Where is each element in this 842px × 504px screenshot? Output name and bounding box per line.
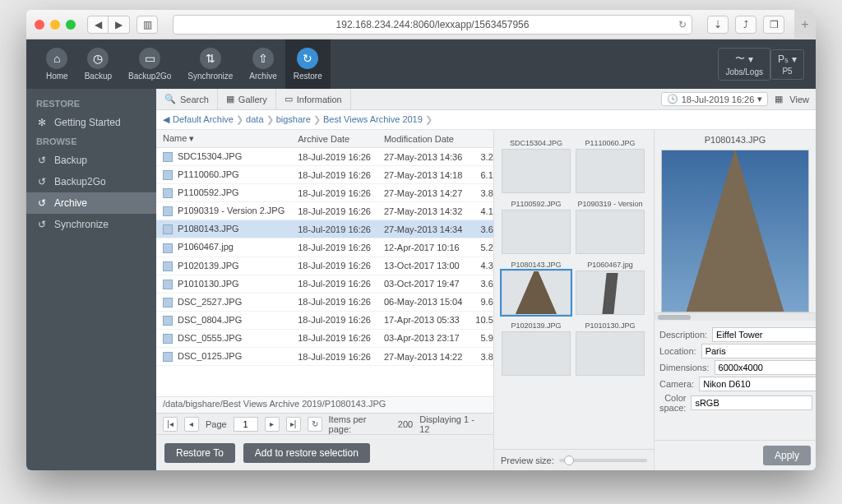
action-bar: Restore To Add to restore selection	[156, 434, 493, 470]
col-size[interactable]: Size	[469, 130, 493, 148]
detail-scrollbar[interactable]	[655, 312, 816, 321]
nav-synchronize[interactable]: ⇅Synchronize	[179, 39, 241, 89]
chevron-right-icon: ❯	[234, 114, 246, 124]
table-row[interactable]: P1100592.JPG18-Jul-2019 16:2627-May-2013…	[156, 184, 493, 202]
add-to-selection-button[interactable]: Add to restore selection	[243, 443, 370, 463]
sidebar-item-archive[interactable]: ↺Archive	[26, 192, 156, 214]
property-row: Dimensions:	[659, 360, 811, 375]
property-row: Camera:	[659, 377, 811, 391]
table-row[interactable]: SDC15304.JPG18-Jul-2019 16:2627-May-2013…	[156, 148, 493, 166]
property-input[interactable]	[691, 395, 812, 410]
maximize-window-icon[interactable]	[66, 20, 76, 30]
view-toolbar: 🔍Search▦Gallery▭Information 🕓 18-Jul-201…	[156, 89, 816, 110]
preview-size-bar: Preview size:	[494, 449, 654, 470]
breadcrumb-seg[interactable]: Best Views Archive 2019	[323, 114, 423, 124]
breadcrumb-seg[interactable]: data	[246, 114, 263, 124]
page-refresh-button[interactable]: ↻	[308, 417, 322, 432]
table-row[interactable]: P1080143.JPG18-Jul-2019 16:2627-May-2013…	[156, 220, 493, 238]
page-first-button[interactable]: |◂	[163, 417, 178, 432]
table-row[interactable]: DSC_0555.JPG18-Jul-2019 16:2603-Apr-2013…	[156, 329, 493, 347]
thumbnail[interactable]: P1110060.JPG	[576, 137, 645, 193]
browser-window: ◀ ▶ ▥ 192.168.234.244:8060/lexxapp/15634…	[26, 10, 816, 470]
sidebar-head-browse: BROWSE	[26, 133, 156, 150]
table-row[interactable]: DSC_0125.JPG18-Jul-2019 16:2627-May-2013…	[156, 348, 493, 366]
table-row[interactable]: DSC_0804.JPG18-Jul-2019 16:2617-Apr-2013…	[156, 311, 493, 329]
table-row[interactable]: P1010130.JPG18-Jul-2019 16:2603-Oct-2017…	[156, 275, 493, 293]
thumbnail[interactable]: P1020139.JPG	[502, 320, 571, 376]
apply-button[interactable]: Apply	[763, 446, 811, 465]
property-row: Location:	[659, 344, 811, 358]
table-row[interactable]: P1060467.jpg18-Jul-2019 16:2612-Apr-2017…	[156, 238, 493, 257]
share-button[interactable]: ⤴	[735, 16, 756, 34]
sidebar-item-backup[interactable]: ↺Backup	[26, 150, 156, 171]
breadcrumb-seg[interactable]: bigshare	[276, 114, 311, 124]
col-modification-date[interactable]: Modification Date	[377, 130, 469, 148]
nav-restore[interactable]: ↻Restore	[285, 39, 331, 89]
toolbar-tab-gallery[interactable]: ▦Gallery	[218, 89, 276, 109]
page-last-button[interactable]: ▸|	[286, 417, 301, 432]
breadcrumb: ◀ Default Archive ❯ data ❯ bigshare ❯ Be…	[156, 110, 816, 130]
forward-button[interactable]: ▶	[109, 16, 130, 34]
breadcrumb-back-icon[interactable]: ◀	[163, 114, 169, 125]
page-prev-button[interactable]: ◂	[184, 417, 199, 432]
thumbnail[interactable]: P1090319 - Version	[576, 198, 645, 254]
col-name[interactable]: Name ▾	[156, 130, 291, 148]
thumbnail-image	[502, 149, 571, 193]
close-window-icon[interactable]	[35, 20, 44, 30]
new-tab-button[interactable]: +	[794, 10, 816, 39]
page-input[interactable]	[234, 417, 258, 432]
header-p5[interactable]: P₅▾P5	[770, 49, 804, 80]
property-input[interactable]	[701, 344, 816, 358]
thumbnail[interactable]: P1100592.JPG	[502, 198, 571, 254]
detail-panel: P1080143.JPG Description:Location:Dimens…	[654, 130, 816, 470]
titlebar: ◀ ▶ ▥ 192.168.234.244:8060/lexxapp/15634…	[26, 10, 816, 39]
nav-backup2go[interactable]: ▭Backup2Go	[120, 39, 179, 89]
address-bar[interactable]: 192.168.234.244:8060/lexxapp/1563457956 …	[173, 15, 692, 35]
archive-date-picker[interactable]: 🕓 18-Jul-2019 16:26 ▾	[661, 92, 769, 106]
file-icon	[163, 224, 173, 234]
minimize-window-icon[interactable]	[50, 20, 60, 30]
back-button[interactable]: ◀	[87, 16, 109, 34]
table-row[interactable]: DSC_2527.JPG18-Jul-2019 16:2606-May-2013…	[156, 293, 493, 311]
file-icon	[163, 188, 173, 198]
thumbnail[interactable]: SDC15304.JPG	[502, 137, 571, 193]
table-row[interactable]: P1110060.JPG18-Jul-2019 16:2627-May-2013…	[156, 166, 493, 184]
table-row[interactable]: P1020139.JPG18-Jul-2019 16:2613-Oct-2017…	[156, 257, 493, 275]
thumbnail-grid[interactable]: SDC15304.JPGP1110060.JPGP1100592.JPGP109…	[494, 130, 655, 449]
toolbar-tab-search[interactable]: 🔍Search	[156, 89, 218, 109]
nav-archive[interactable]: ⇧Archive	[241, 39, 285, 89]
detail-preview-image	[661, 150, 809, 312]
toolbar-tab-information[interactable]: ▭Information	[276, 89, 351, 109]
sidebar-item-synchronize[interactable]: ↺Synchronize	[26, 214, 156, 235]
property-input[interactable]	[712, 327, 816, 342]
restore-to-button[interactable]: Restore To	[164, 443, 235, 463]
breadcrumb-seg[interactable]: Default Archive	[173, 114, 234, 124]
thumbnail[interactable]: P1080143.JPG	[502, 259, 571, 315]
grid-view-icon[interactable]: ▦	[775, 94, 783, 104]
preview-size-slider[interactable]	[559, 459, 647, 462]
table-row[interactable]: P1090319 - Version 2.JPG18-Jul-2019 16:2…	[156, 202, 493, 220]
header-jobs-logs[interactable]: 〜▾Jobs/Logs	[718, 48, 770, 81]
sidebar-toggle-button[interactable]: ▥	[136, 16, 158, 34]
file-icon	[163, 170, 173, 180]
file-table-scroll[interactable]: Name ▾Archive DateModification DateSize …	[156, 130, 493, 396]
gallery-icon: ▦	[226, 94, 234, 104]
thumbnail[interactable]: P1010130.JPG	[576, 320, 645, 376]
thumbnail-image	[502, 270, 571, 315]
thumbnail[interactable]: P1060467.jpg	[576, 259, 645, 315]
nav-home[interactable]: ⌂Home	[38, 39, 76, 89]
nav-backup[interactable]: ◷Backup	[76, 39, 120, 89]
sidebar-item-backup2go[interactable]: ↺Backup2Go	[26, 171, 156, 192]
sidebar-getting-started[interactable]: ✻ Getting Started	[26, 112, 156, 133]
detail-title: P1080143.JPG	[655, 130, 816, 150]
property-input[interactable]	[715, 360, 816, 375]
page-next-button[interactable]: ▸	[265, 417, 280, 432]
reload-icon[interactable]: ↻	[678, 19, 687, 30]
chevron-right-icon: ❯	[264, 114, 276, 124]
property-input[interactable]	[699, 377, 816, 391]
download-button[interactable]: ⇣	[707, 16, 729, 34]
tabs-button[interactable]: ❐	[763, 16, 784, 34]
file-icon	[163, 206, 173, 216]
archive-icon: ⇧	[252, 48, 274, 69]
col-archive-date[interactable]: Archive Date	[291, 130, 377, 148]
